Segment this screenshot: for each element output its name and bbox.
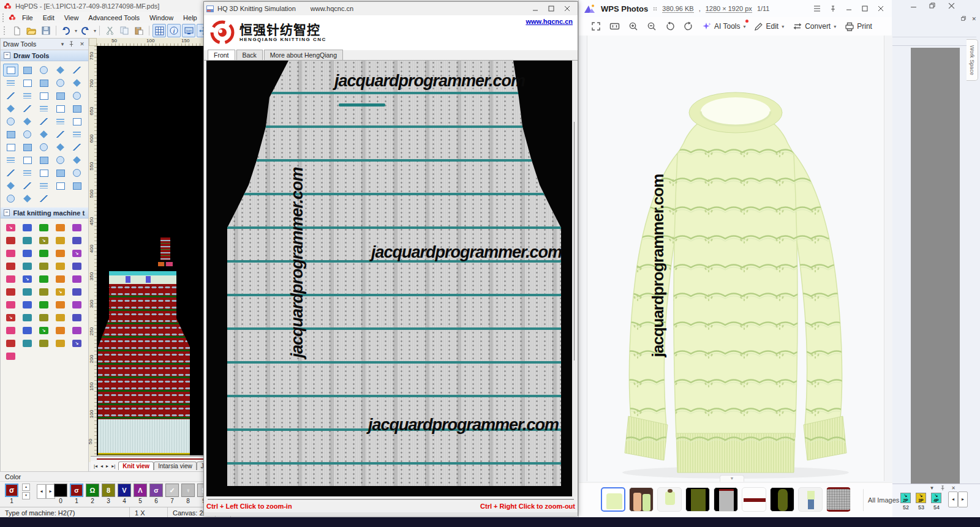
convert-button[interactable]: Convert▾ [793, 22, 836, 31]
color-swatch-5[interactable]: Λ5 [134, 484, 147, 504]
draw-tool-32[interactable] [36, 141, 51, 154]
close-doc-icon[interactable]: ✕ [971, 16, 976, 22]
menu-icon[interactable] [811, 3, 823, 14]
minimize-button[interactable] [910, 2, 917, 9]
panel-close-icon[interactable]: ✕ [951, 485, 956, 491]
sim-canvas[interactable]: jacquardprogrammer.comjacquardprogrammer… [206, 61, 576, 496]
draw-tool-14[interactable] [69, 89, 85, 102]
machine-tool-33[interactable] [53, 298, 68, 311]
hqcnc-link[interactable]: www.hqcnc.cn [526, 18, 573, 25]
color-prev-next[interactable]: ◂▸ [37, 484, 55, 499]
paste-tool-button[interactable] [132, 24, 146, 37]
machine-tool-35[interactable]: ↘ [3, 311, 18, 324]
draw-tools-group-header[interactable]: − Draw Tools [1, 50, 88, 61]
machine-tool-5[interactable] [3, 234, 18, 247]
edit-button[interactable]: Edit▾ [754, 22, 784, 31]
thumbnail-gray-panel[interactable] [714, 487, 738, 512]
draw-tool-8[interactable] [53, 77, 68, 89]
draw-tool-47[interactable] [36, 179, 51, 192]
thumbnail-model[interactable] [798, 487, 823, 512]
draw-tool-7[interactable] [36, 77, 51, 89]
one2one-button[interactable] [609, 21, 620, 31]
machine-tool-8[interactable] [53, 234, 68, 247]
draw-tool-19[interactable] [69, 102, 85, 115]
draw-tool-22[interactable] [36, 115, 51, 128]
draw-tool-29[interactable] [69, 128, 85, 141]
panel-pin-icon[interactable] [69, 41, 76, 47]
machine-tool-26[interactable] [20, 285, 35, 298]
sim-tab-front[interactable]: Front [208, 50, 235, 60]
draw-tool-52[interactable] [36, 192, 51, 205]
machine-tools-group-header[interactable]: − Flat knitting machine t... [1, 207, 88, 219]
workspace-swatch-54[interactable]: ↘4P54 [931, 493, 942, 510]
sim-tab-back[interactable]: Back [236, 50, 263, 60]
machine-tool-37[interactable] [36, 311, 51, 324]
draw-tool-41[interactable] [20, 166, 35, 179]
draw-tool-0[interactable] [3, 64, 18, 77]
color-swatch-3[interactable]: 83 [102, 484, 115, 504]
undo-tool-button[interactable] [59, 24, 73, 37]
panel-dropdown-icon[interactable]: ▼ [929, 485, 934, 491]
machine-tool-30[interactable] [3, 298, 18, 311]
menu-window[interactable]: Window [145, 13, 178, 23]
draw-tool-1[interactable] [20, 64, 35, 77]
draw-tool-30[interactable] [3, 141, 18, 154]
fullscreen-button[interactable] [591, 21, 601, 31]
pin-icon[interactable] [827, 3, 839, 14]
machine-tool-44[interactable] [69, 324, 85, 337]
thumbnail-gray-grid[interactable] [826, 487, 851, 512]
draw-tool-10[interactable] [3, 89, 18, 102]
machine-tool-15[interactable] [3, 260, 18, 272]
draw-tool-36[interactable] [20, 154, 35, 166]
draw-tool-5[interactable] [3, 77, 18, 89]
draw-tool-44[interactable] [69, 166, 85, 179]
color-swatch-7[interactable]: ✓7 [165, 484, 179, 504]
machine-tool-41[interactable] [20, 324, 35, 337]
machine-tool-11[interactable] [20, 247, 35, 260]
color-swatch-6[interactable]: σ6 [149, 484, 163, 504]
machine-tool-42[interactable]: ↘ [36, 324, 51, 337]
machine-tool-49[interactable]: ↘ [69, 337, 85, 349]
machine-tool-46[interactable] [20, 337, 35, 349]
rotl-button[interactable] [665, 21, 675, 31]
machine-tool-6[interactable] [20, 234, 35, 247]
machine-tool-20[interactable] [3, 272, 18, 285]
machine-tool-47[interactable] [36, 337, 51, 349]
grid-tool-button[interactable] [153, 24, 166, 37]
machine-tool-32[interactable] [36, 298, 51, 311]
panel-dropdown-icon[interactable]: ▾ [59, 41, 66, 47]
close-button[interactable] [948, 2, 955, 9]
menu-advanceed-tools[interactable]: Advanceed Tools [83, 13, 145, 23]
machine-tool-10[interactable] [3, 247, 18, 260]
draw-tool-40[interactable] [3, 166, 18, 179]
redo-tool-button[interactable] [78, 24, 92, 37]
machine-tool-31[interactable] [20, 298, 35, 311]
draw-tool-23[interactable] [53, 115, 68, 128]
draw-tool-33[interactable] [53, 141, 68, 154]
draw-tool-20[interactable] [3, 115, 18, 128]
draw-tool-34[interactable] [69, 141, 85, 154]
thumbnail-collapse-tab[interactable]: ▼ [720, 475, 744, 482]
machine-tool-24[interactable] [69, 272, 85, 285]
restore-doc-icon[interactable] [961, 16, 967, 22]
image-dimensions[interactable]: 1280 × 1920 px [706, 5, 752, 13]
machine-tool-23[interactable] [53, 272, 68, 285]
dropdown-caret[interactable]: ▾ [834, 24, 836, 29]
draw-tool-35[interactable] [3, 154, 18, 166]
current-color[interactable]: σ 1 [5, 484, 18, 504]
color-spinner[interactable]: ▴▾ [22, 484, 30, 499]
info-tool-button[interactable]: i [167, 24, 181, 37]
draw-tool-45[interactable] [3, 179, 18, 192]
machine-tool-4[interactable] [69, 221, 85, 234]
thumbnail-red-stripe[interactable] [742, 487, 766, 512]
draw-tool-42[interactable] [36, 166, 51, 179]
iconbtn-tool-button[interactable]: icon [182, 24, 195, 37]
machine-tool-3[interactable] [53, 221, 68, 234]
draw-tool-37[interactable] [36, 154, 51, 166]
draw-tool-51[interactable] [20, 192, 35, 205]
zoomout-button[interactable] [647, 21, 657, 31]
machine-tool-19[interactable] [69, 260, 85, 272]
draw-tool-26[interactable] [20, 128, 35, 141]
rotr-button[interactable] [684, 21, 693, 31]
color-swatch-0[interactable]: 0 [54, 484, 67, 504]
